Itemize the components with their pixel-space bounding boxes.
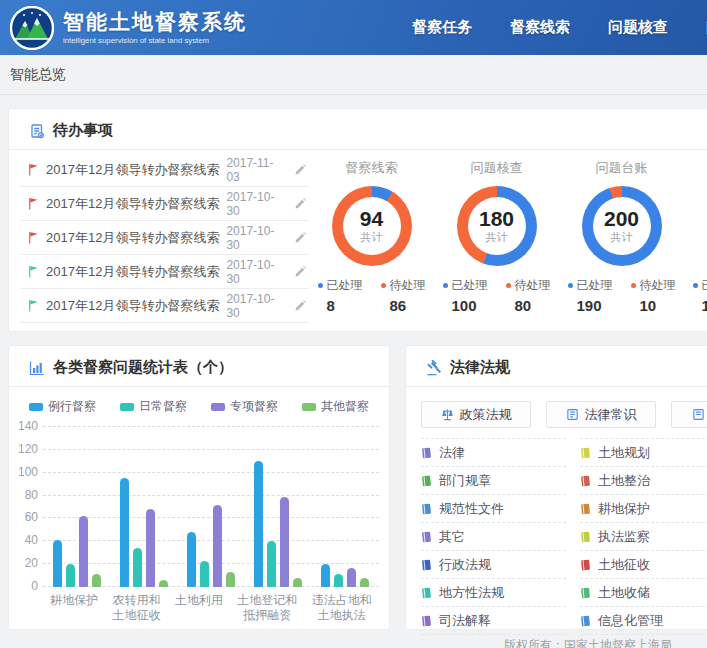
pending-label: 待处理: [515, 277, 551, 294]
todo-panel-title: 待办事项: [53, 121, 113, 140]
donut-total-label: 共计: [361, 230, 383, 245]
law-link[interactable]: 土地征收: [580, 550, 707, 579]
scales-icon: [441, 408, 454, 421]
donut-title: 督察线索: [346, 159, 398, 177]
law-link[interactable]: 其它: [421, 522, 566, 551]
nav-item-issue-check[interactable]: 问题核查: [608, 18, 668, 37]
edit-icon[interactable]: [293, 197, 307, 211]
edit-icon[interactable]: [293, 265, 307, 279]
donut-legend: 已处理 175 待处理: [693, 277, 707, 314]
donut-center: 94 共计: [343, 197, 401, 255]
button-label: 政策法规: [460, 406, 512, 424]
legend-item-other[interactable]: 其他督察: [302, 398, 369, 415]
todo-item-title: 2017年12月领导转办督察线索: [46, 263, 219, 281]
todo-item[interactable]: 2017年12月领导转办督察线索 2017-10-30: [21, 221, 309, 255]
law-link[interactable]: 行政法规: [421, 550, 566, 579]
bar: [321, 564, 330, 587]
donut-legend: 已处理 100 待处理 80: [443, 277, 551, 314]
todo-item[interactable]: 2017年12月领导转办督察线索 2017-10-30: [21, 255, 309, 289]
nav-item-supervision-clues[interactable]: 督察线索: [510, 18, 570, 37]
law-link-label: 行政法规: [439, 556, 491, 574]
todo-panel-header: 待办事项: [9, 109, 707, 150]
legal-knowledge-button[interactable]: 法律常识: [546, 401, 656, 428]
bar-chart-legend: 例行督察 日常督察 专项督察 其他督察: [9, 398, 389, 415]
book-icon: [580, 615, 591, 627]
nav-item-supervision-tasks[interactable]: 督察任务: [412, 18, 472, 37]
todo-item[interactable]: 2017年12月领导转办督察线索 2017-11-03: [21, 153, 309, 187]
x-tick-label: 耕地保护: [50, 593, 98, 623]
third-legal-button[interactable]: [671, 401, 707, 428]
book-icon: [421, 559, 432, 571]
x-tick-label: 农转用和 土地征收: [113, 593, 161, 623]
legend-swatch-icon: [211, 403, 225, 411]
bar: [133, 548, 142, 587]
bar-chart-header: 各类督察问题统计表（个）: [9, 346, 389, 387]
law-book-icon: [566, 408, 579, 421]
x-tick-label: 违法占地和 土地执法: [312, 593, 372, 623]
pending-value: 10: [631, 297, 676, 314]
processed-value: 8: [318, 297, 363, 314]
copyright-footer: 版权所有：国家土地督察上海局: [0, 637, 707, 648]
processed-dot-icon: [318, 283, 323, 288]
flag-icon: [27, 231, 39, 244]
bar: [159, 580, 168, 587]
divider: [0, 94, 707, 95]
law-link-label: 信息化管理: [598, 612, 663, 630]
law-link[interactable]: 法律: [421, 438, 566, 467]
nav-menu: 督察任务 督察线索 问题核查 问题台账: [412, 0, 707, 55]
todo-panel: 待办事项 2017年12月领导转办督察线索 2017-11-03 2017年12…: [8, 108, 707, 332]
donut-total-value: 94: [360, 208, 383, 230]
bar: [360, 578, 369, 587]
law-link[interactable]: 土地整治: [580, 466, 707, 495]
book-icon: [421, 475, 432, 487]
law-link[interactable]: 执法监察: [580, 522, 707, 551]
legend-label: 例行督察: [48, 398, 96, 415]
legend-item-special[interactable]: 专项督察: [211, 398, 278, 415]
law-link[interactable]: 司法解释: [421, 606, 566, 635]
edit-icon[interactable]: [293, 163, 307, 177]
donut-ring: 200 共计: [582, 186, 662, 266]
bar: [79, 516, 88, 587]
mountain-logo-icon: [10, 6, 54, 50]
donut-total-label: 共计: [611, 230, 633, 245]
law-link[interactable]: 土地收储: [580, 578, 707, 607]
page-title: 智能总览: [10, 66, 66, 84]
legend-processed: 已处理 175: [693, 277, 707, 314]
legend-label: 其他督察: [321, 398, 369, 415]
processed-dot-icon: [568, 283, 573, 288]
todo-item[interactable]: 2017年12月领导转办督察线索 2017-10-30: [21, 187, 309, 221]
law-link[interactable]: 规范性文件: [421, 494, 566, 523]
book-icon: [421, 587, 432, 599]
bar: [146, 509, 155, 587]
todo-item[interactable]: 2017年12月领导转办督察线索 2017-10-30: [21, 289, 309, 323]
law-link[interactable]: 部门规章: [421, 466, 566, 495]
donut-ring: 94 共计: [332, 186, 412, 266]
legal-panel-title: 法律法规: [450, 358, 510, 377]
law-link[interactable]: 耕地保护: [580, 494, 707, 523]
flag-icon: [27, 197, 39, 210]
dashboard-page: 智能土地督察系统 intelligent supervision of stat…: [0, 0, 707, 648]
law-link[interactable]: 土地规划: [580, 438, 707, 467]
pending-label: 待处理: [390, 277, 426, 294]
law-link[interactable]: 地方性法规: [421, 578, 566, 607]
processed-dot-icon: [443, 283, 448, 288]
donut-total-value: 200: [604, 208, 639, 230]
todo-item-title: 2017年12月领导转办督察线索: [46, 195, 219, 213]
todo-item-date: 2017-10-30: [226, 190, 286, 218]
pending-value: 80: [506, 297, 551, 314]
legend-item-daily[interactable]: 日常督察: [120, 398, 187, 415]
bar-group: [187, 427, 235, 587]
legal-panel: 法律法规 政策法规 法律常识 法律土地规划部门规章土地整治规范性文件耕地保护其它…: [405, 345, 707, 630]
edit-icon[interactable]: [293, 299, 307, 313]
legend-item-routine[interactable]: 例行督察: [29, 398, 96, 415]
policy-regulations-button[interactable]: 政策法规: [421, 401, 531, 428]
law-link[interactable]: 信息化管理: [580, 606, 707, 635]
pending-dot-icon: [381, 283, 386, 288]
flag-icon: [27, 265, 39, 278]
y-tick-label: 80: [25, 488, 38, 502]
law-link-label: 执法监察: [598, 528, 650, 546]
brand-text: 智能土地督察系统 intelligent supervision of stat…: [63, 8, 250, 47]
edit-icon[interactable]: [293, 231, 307, 245]
todo-item-title: 2017年12月领导转办督察线索: [46, 229, 219, 247]
law-link-label: 土地征收: [598, 556, 650, 574]
